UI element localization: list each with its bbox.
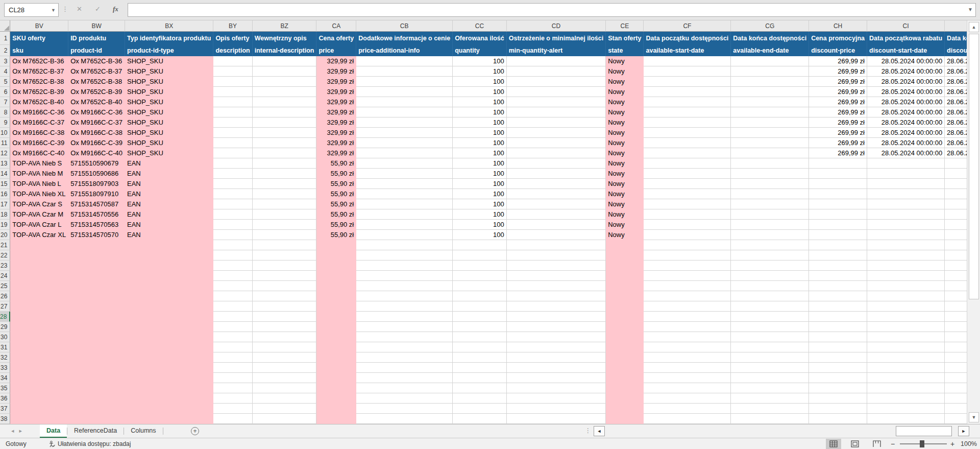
cell[interactable] [731, 56, 809, 66]
cell[interactable]: Ox M9166C-C-38 [10, 128, 68, 138]
cell[interactable] [68, 312, 125, 322]
cell[interactable] [809, 363, 867, 373]
vertical-scroll-thumb[interactable] [969, 34, 979, 299]
cell[interactable] [644, 393, 731, 404]
cell[interactable]: 269,99 zł [809, 66, 867, 77]
cell[interactable]: 5715314570587 [68, 199, 125, 209]
cell[interactable] [453, 352, 507, 363]
cell[interactable] [507, 189, 606, 199]
cell[interactable] [213, 250, 252, 261]
cell[interactable]: Nowy [606, 179, 644, 189]
cell[interactable] [453, 414, 507, 424]
cell[interactable] [125, 250, 213, 261]
cell[interactable]: price [316, 45, 356, 56]
cell[interactable] [507, 383, 606, 393]
cell[interactable] [644, 291, 731, 301]
cell[interactable]: product-id [68, 45, 125, 56]
cell[interactable] [867, 352, 945, 363]
cell[interactable]: 100 [453, 107, 507, 117]
cell[interactable]: Nowy [606, 56, 644, 66]
cell[interactable] [867, 179, 945, 189]
cell[interactable] [867, 199, 945, 209]
cell[interactable] [731, 373, 809, 383]
cell[interactable] [213, 158, 252, 169]
cell[interactable] [507, 312, 606, 322]
cell[interactable] [453, 240, 507, 250]
cell[interactable] [945, 363, 967, 373]
cell[interactable]: 100 [453, 199, 507, 209]
cell[interactable] [125, 240, 213, 250]
cell[interactable] [507, 220, 606, 230]
cell[interactable] [731, 199, 809, 209]
cell[interactable] [356, 281, 453, 291]
cell[interactable] [809, 169, 867, 179]
cell[interactable] [10, 291, 68, 301]
column-header[interactable]: CC [453, 20, 507, 32]
cell[interactable] [867, 322, 945, 332]
row-header[interactable]: 1 [0, 32, 10, 45]
cell[interactable] [10, 373, 68, 383]
cell[interactable] [809, 393, 867, 404]
cell[interactable] [68, 393, 125, 404]
cell[interactable] [945, 240, 967, 250]
cell[interactable] [731, 363, 809, 373]
cell[interactable] [731, 77, 809, 87]
cell[interactable] [731, 220, 809, 230]
cell[interactable]: 329,99 zł [316, 138, 356, 148]
cell[interactable] [644, 332, 731, 342]
cell[interactable] [809, 250, 867, 261]
cell[interactable] [125, 291, 213, 301]
cell[interactable]: EAN [125, 209, 213, 220]
cell[interactable] [606, 342, 644, 352]
cell[interactable] [125, 414, 213, 424]
insert-function-icon[interactable]: fx [113, 5, 118, 13]
cell[interactable] [68, 332, 125, 342]
cell[interactable] [809, 240, 867, 250]
cell[interactable]: 100 [453, 77, 507, 87]
cell[interactable]: Nowy [606, 189, 644, 199]
cell[interactable] [68, 373, 125, 383]
cell[interactable] [213, 148, 252, 158]
cell[interactable] [356, 352, 453, 363]
cell[interactable]: Nowy [606, 138, 644, 148]
cell[interactable] [867, 332, 945, 342]
cell[interactable] [507, 117, 606, 128]
cell[interactable] [867, 261, 945, 271]
cell[interactable]: 28.05.2024 00:00:00 [867, 66, 945, 77]
cell[interactable]: 28.05.2024 00:00:00 [867, 148, 945, 158]
cell[interactable] [809, 383, 867, 393]
cell[interactable]: Nowy [606, 158, 644, 169]
cell[interactable]: 100 [453, 220, 507, 230]
row-header[interactable]: 3 [0, 56, 10, 66]
cell[interactable] [213, 373, 252, 383]
cell[interactable] [644, 128, 731, 138]
cell[interactable] [507, 250, 606, 261]
cell[interactable] [867, 393, 945, 404]
cell[interactable] [213, 414, 252, 424]
cell[interactable] [731, 352, 809, 363]
cell[interactable]: Ox M7652C-B-39 [10, 87, 68, 97]
cell[interactable] [507, 138, 606, 148]
cell[interactable] [68, 240, 125, 250]
cell[interactable]: 55,90 zł [316, 158, 356, 169]
cell[interactable]: 329,99 zł [316, 97, 356, 107]
cell[interactable] [731, 148, 809, 158]
cell[interactable] [809, 261, 867, 271]
cell[interactable]: 329,99 zł [316, 107, 356, 117]
cell[interactable]: Ox M7652C-B-38 [10, 77, 68, 87]
cell[interactable] [253, 352, 317, 363]
cell[interactable]: min-quantity-alert [507, 45, 606, 56]
cell[interactable]: Ox M9166C-C-36 [10, 107, 68, 117]
cell[interactable]: state [606, 45, 644, 56]
cell[interactable] [809, 158, 867, 169]
cell[interactable] [253, 322, 317, 332]
cell[interactable] [253, 148, 317, 158]
cell[interactable] [507, 373, 606, 383]
cell[interactable]: EAN [125, 189, 213, 199]
cell[interactable] [253, 158, 317, 169]
cell[interactable]: SHOP_SKU [125, 97, 213, 107]
scroll-up-icon[interactable]: ▲ [969, 22, 979, 32]
cell[interactable] [213, 312, 252, 322]
cell[interactable] [356, 189, 453, 199]
cell[interactable]: SHOP_SKU [125, 77, 213, 87]
